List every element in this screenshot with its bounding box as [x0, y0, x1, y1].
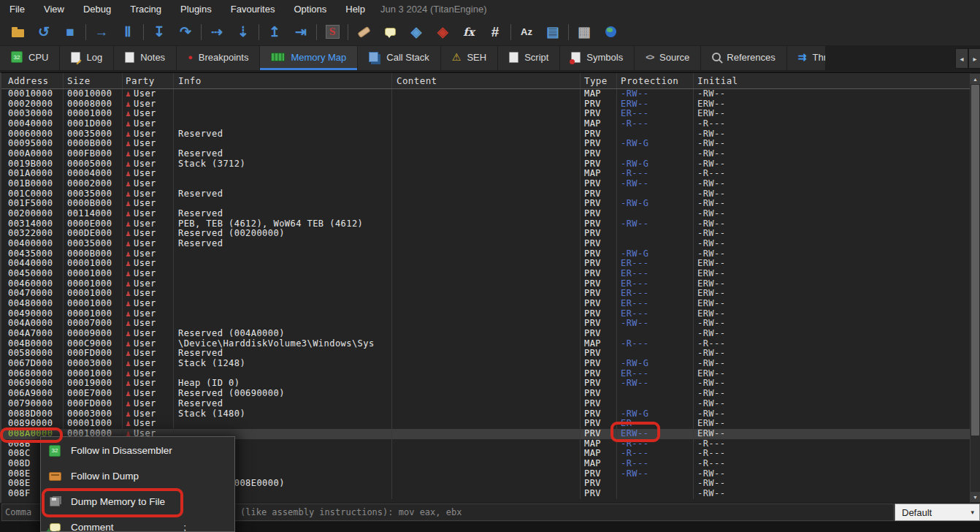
tab-log[interactable]: Log — [60, 46, 113, 70]
tab-scroll-left-button[interactable]: ◂ — [955, 48, 968, 69]
column-header-party[interactable]: Party — [123, 73, 174, 88]
table-row[interactable]: 0047000000001000♟UserPRVER---ERW-- — [1, 289, 970, 299]
tab-label: CPU — [28, 52, 48, 63]
tab-call-stack[interactable]: Call Stack — [358, 46, 440, 70]
table-row[interactable]: 0045000000001000♟UserPRVER---ERW-- — [1, 269, 970, 279]
tab-breakpoints[interactable]: ●Breakpoints — [177, 46, 259, 70]
tab-threads[interactable]: ⇉Thr — [787, 46, 825, 70]
tab-seh[interactable]: ⚠SEH — [441, 46, 497, 70]
restart-icon[interactable]: ↺ — [31, 21, 57, 43]
animate-into-icon[interactable]: ⇢ — [204, 21, 230, 43]
trace-into-icon[interactable]: ⇣ — [230, 21, 256, 43]
column-header-protection[interactable]: Protection — [617, 73, 694, 88]
table-row[interactable]: 0067D00000003000♟UserStack (1248)PRV-RW-… — [1, 359, 970, 369]
tab-references[interactable]: References — [701, 46, 786, 70]
table-row[interactable]: 004350000000B000♟UserPRV-RW-G-RW-- — [1, 249, 970, 259]
tab-label: Source — [659, 52, 689, 63]
tab-notes[interactable]: Notes — [114, 46, 176, 70]
column-header-size[interactable]: Size — [64, 73, 123, 88]
menu-tracing[interactable]: Tracing — [120, 0, 171, 18]
menu-debug[interactable]: Debug — [74, 0, 120, 18]
table-row[interactable]: 0049000000001000♟UserPRVER---ERW-- — [1, 309, 970, 319]
user-person-icon: ♟ — [126, 249, 131, 259]
column-header-info[interactable]: Info — [174, 73, 392, 88]
case-icon[interactable]: Az — [513, 21, 540, 43]
table-row[interactable]: 0002000000008000♟UserPRVERW--ERW-- — [1, 99, 970, 110]
internet-icon[interactable] — [597, 21, 624, 43]
table-row[interactable]: 001B000000002000♟UserPRV-RW---RW-- — [1, 179, 970, 189]
table-row[interactable]: 001F50000000B000♟UserPRV-RW-G-RW-- — [1, 199, 970, 209]
scrollbar-thumb[interactable] — [971, 85, 979, 436]
table-row[interactable]: 0020000000114000♟UserReservedPRV-RW-- — [1, 209, 970, 219]
tab-memory-map[interactable]: Memory Map — [260, 46, 357, 70]
table-row[interactable]: 0040000000035000♟UserReservedPRV-RW-- — [1, 239, 970, 249]
stop-icon[interactable]: ■ — [57, 21, 83, 43]
hash-icon[interactable]: # — [482, 21, 508, 43]
profile-dropdown[interactable]: Default ▾ — [895, 503, 980, 521]
open-file-icon[interactable] — [4, 21, 31, 43]
menu-item-dump-memory-to-file[interactable]: Dump Memory to File — [41, 489, 234, 514]
table-row[interactable]: 000A0000000FB000♟UserReservedPRV-RW-- — [1, 149, 970, 159]
label-icon[interactable]: ◈ — [403, 21, 429, 43]
menu-view[interactable]: View — [34, 0, 74, 18]
table-row[interactable]: 00580000000FD000♟UserReservedPRV-RW-- — [1, 349, 970, 359]
column-header-address[interactable]: Address — [1, 73, 64, 88]
menu-plugins[interactable]: Plugins — [171, 0, 221, 18]
tab-symbols[interactable]: Symbols — [560, 46, 634, 70]
scroll-up-button[interactable]: ▲ — [971, 74, 980, 84]
tab-cpu[interactable]: 32CPU — [0, 46, 59, 70]
menu-help[interactable]: Help — [336, 0, 375, 18]
memory-layout-icon[interactable]: ▤ — [540, 21, 566, 43]
table-row[interactable]: 004B0000000C9000♟User\Device\HarddiskVol… — [1, 339, 970, 349]
tab-script[interactable]: Script — [498, 46, 559, 70]
patch-icon[interactable] — [351, 21, 377, 43]
table-row[interactable]: 0068000000001000♟UserPRVER---ERW-- — [1, 369, 970, 379]
menu-options[interactable]: Options — [284, 0, 336, 18]
table-row[interactable]: 00322000000DE000♟UserReserved (00200000)… — [1, 229, 970, 239]
function-icon[interactable]: fx — [456, 21, 482, 43]
step-into-icon[interactable]: ↧ — [146, 21, 172, 43]
table-row[interactable]: 000950000000B000♟UserPRV-RW-G-RW-- — [1, 139, 970, 149]
column-header-type[interactable]: Type — [581, 73, 617, 88]
menu-file[interactable]: File — [0, 0, 34, 18]
tab-source[interactable]: <>Source — [635, 46, 700, 70]
pause-icon[interactable]: Ⅱ — [115, 21, 141, 43]
table-row[interactable]: 00790000000FD000♟UserReservedPRV-RW-- — [1, 399, 970, 409]
run-icon[interactable]: → — [88, 21, 115, 43]
table-row[interactable]: 0069000000019000♟UserHeap (ID 0)PRV-RW--… — [1, 379, 970, 389]
table-row[interactable]: 001A000000004000♟UserMAP-R----R--- — [1, 169, 970, 179]
menu-item-comment[interactable]: Comment; — [41, 514, 234, 532]
toolbar-separator — [348, 24, 348, 40]
menu-item-follow-in-disassembler[interactable]: 32Follow in Disassembler — [41, 438, 234, 463]
calculator-icon[interactable]: ▦ — [571, 21, 597, 43]
script-s-icon[interactable]: S — [319, 21, 345, 43]
table-row[interactable]: 000400000001D000♟UserMAP-R----R--- — [1, 119, 970, 129]
table-row[interactable]: 0003000000001000♟UserPRVER---ERW-- — [1, 109, 970, 119]
tab-scroll-right-button[interactable]: ▸ — [968, 48, 980, 69]
table-row[interactable]: 003140000000E000♟UserPEB, TEB (4612), Wo… — [1, 219, 970, 229]
column-header-initial[interactable]: Initial — [694, 73, 970, 88]
table-row[interactable]: 0088D00000003000♟UserStack (1480)PRV-RW-… — [1, 409, 970, 419]
breakpoint-icon[interactable]: ◈ — [429, 21, 456, 43]
step-over-icon[interactable]: ↷ — [172, 21, 199, 43]
toolbar-separator — [259, 24, 259, 40]
table-row[interactable]: 0001000000010000♟UserMAP-RW---RW-- — [1, 89, 970, 99]
comment-icon[interactable] — [377, 21, 403, 43]
vertical-scrollbar[interactable]: ▲ ▼ — [970, 73, 980, 503]
scroll-down-button[interactable]: ▼ — [971, 492, 980, 502]
table-row[interactable]: 006A9000000E7000♟UserReserved (00690000)… — [1, 389, 970, 399]
table-row[interactable]: 001C000000035000♟UserReservedPRV-RW-- — [1, 189, 970, 200]
column-header-content[interactable]: Content — [392, 73, 581, 88]
table-row[interactable]: 0046000000001000♟UserPRVER---ERW-- — [1, 279, 970, 289]
run-to-user-code-icon[interactable]: ⇥ — [288, 21, 314, 43]
table-row[interactable]: 004A000000007000♟UserPRV-RW---RW-- — [1, 319, 970, 329]
execute-till-return-icon[interactable]: ↥ — [261, 21, 288, 43]
menu-item-follow-in-dump[interactable]: Follow in Dump — [41, 463, 234, 489]
table-row[interactable]: 0089000000001000♟UserPRVER---ERW-- — [1, 419, 970, 429]
table-row[interactable]: 0019B00000005000♟UserStack (3712)PRV-RW-… — [1, 159, 970, 170]
menu-favourites[interactable]: Favourites — [221, 0, 285, 18]
table-row[interactable]: 0006000000035000♟UserReservedPRV-RW-- — [1, 129, 970, 140]
table-row[interactable]: 0048000000001000♟UserPRVER---ERW-- — [1, 299, 970, 309]
table-row[interactable]: 004A700000009000♟UserReserved (004A0000)… — [1, 329, 970, 339]
table-row[interactable]: 0044000000001000♟UserPRVER---ERW-- — [1, 259, 970, 269]
